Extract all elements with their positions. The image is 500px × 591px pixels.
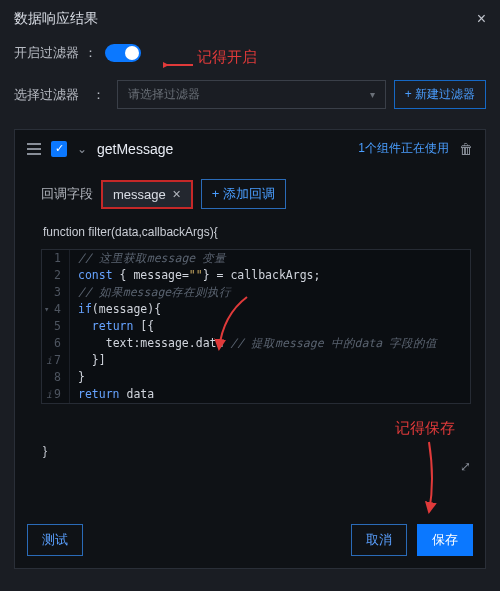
code-line[interactable]: 7i }]: [42, 352, 470, 369]
callback-tag[interactable]: message ✕: [101, 180, 193, 209]
usage-link[interactable]: 1个组件正在使用: [358, 140, 449, 157]
select-label: 选择过滤器: [14, 86, 84, 104]
annotation-save: 记得保存: [395, 419, 455, 438]
expand-icon[interactable]: ⤢: [460, 459, 471, 474]
menu-icon[interactable]: [27, 143, 41, 155]
enable-checkbox[interactable]: ✓: [51, 141, 67, 157]
code-line[interactable]: 3// 如果message存在则执行: [42, 284, 470, 301]
code-line[interactable]: 5 return [{: [42, 318, 470, 335]
add-callback-button[interactable]: + 添加回调: [201, 179, 286, 209]
callback-tag-text: message: [113, 187, 166, 202]
toggle-label: 开启过滤器: [14, 44, 84, 62]
code-line[interactable]: 6 text:message.data // 提取message 中的data …: [42, 335, 470, 352]
code-line[interactable]: 1// 这里获取message 变量: [42, 250, 470, 267]
select-placeholder: 请选择过滤器: [128, 86, 200, 103]
save-button[interactable]: 保存: [417, 524, 473, 556]
cancel-button[interactable]: 取消: [351, 524, 407, 556]
chevron-down-icon: ▾: [370, 89, 375, 100]
filter-select[interactable]: 请选择过滤器 ▾: [117, 80, 386, 109]
filter-panel: ✓ ⌄ getMessage 1个组件正在使用 🗑 回调字段 message ✕…: [14, 129, 486, 569]
close-icon[interactable]: ×: [477, 10, 486, 28]
code-editor[interactable]: 1// 这里获取message 变量2const { message=""} =…: [41, 249, 471, 404]
filter-toggle[interactable]: [105, 44, 141, 62]
annotation-enable: 记得开启: [197, 48, 257, 67]
code-line[interactable]: 4▾if(message){: [42, 301, 470, 318]
code-line[interactable]: 9ireturn data: [42, 386, 470, 403]
function-signature: function filter(data,callbackArgs){: [15, 219, 485, 245]
trash-icon[interactable]: 🗑: [459, 141, 473, 157]
method-name: getMessage: [97, 141, 173, 157]
code-line[interactable]: 2const { message=""} = callbackArgs;: [42, 267, 470, 284]
new-filter-button[interactable]: + 新建过滤器: [394, 80, 486, 109]
code-line[interactable]: 8}: [42, 369, 470, 386]
test-button[interactable]: 测试: [27, 524, 83, 556]
tag-remove-icon[interactable]: ✕: [172, 188, 181, 201]
dialog-title: 数据响应结果: [14, 10, 98, 28]
callback-field-label: 回调字段: [41, 185, 93, 203]
chevron-down-icon[interactable]: ⌄: [77, 142, 87, 156]
